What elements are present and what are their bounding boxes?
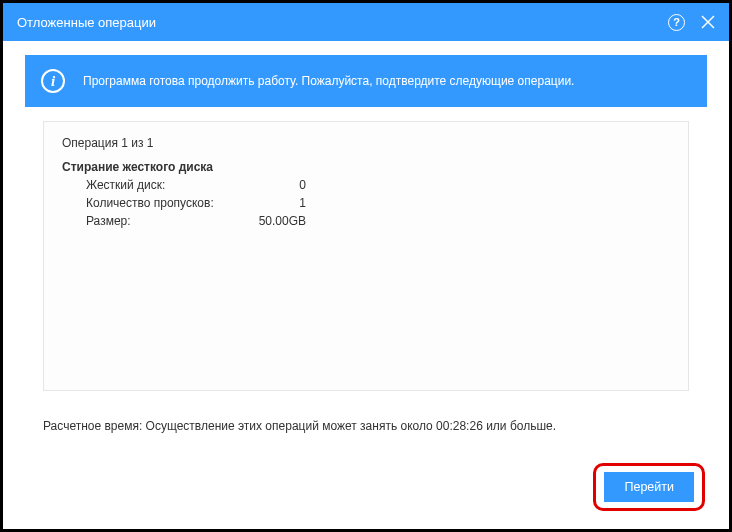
titlebar: Отложенные операции ? <box>3 3 729 41</box>
titlebar-actions: ? <box>668 14 715 31</box>
go-button[interactable]: Перейти <box>604 472 694 502</box>
operation-row-label: Размер: <box>86 212 246 230</box>
info-icon: i <box>41 69 65 93</box>
operation-title: Стирание жесткого диска <box>62 160 670 174</box>
operation-details: Жесткий диск: 0 Количество пропусков: 1 … <box>62 176 670 230</box>
estimate-text: Расчетное время: Осуществление этих опер… <box>43 419 689 433</box>
info-icon-glyph: i <box>51 73 55 90</box>
help-icon[interactable]: ? <box>668 14 685 31</box>
operation-counter: Операция 1 из 1 <box>62 136 670 150</box>
operation-row: Размер: 50.00GB <box>86 212 670 230</box>
info-banner: i Программа готова продолжить работу. По… <box>25 55 707 107</box>
window-title: Отложенные операции <box>17 15 668 30</box>
footer: Перейти <box>593 463 705 511</box>
operation-row-label: Жесткий диск: <box>86 176 246 194</box>
help-icon-glyph: ? <box>673 16 680 28</box>
operations-panel: Операция 1 из 1 Стирание жесткого диска … <box>43 121 689 391</box>
operation-row: Жесткий диск: 0 <box>86 176 670 194</box>
close-icon[interactable] <box>701 15 715 29</box>
dialog-window: Отложенные операции ? i Программа готова… <box>0 0 732 532</box>
operation-row-value: 0 <box>246 176 306 194</box>
operation-row-value: 50.00GB <box>246 212 306 230</box>
info-message: Программа готова продолжить работу. Пожа… <box>83 74 574 88</box>
operation-row-value: 1 <box>246 194 306 212</box>
highlight-annotation: Перейти <box>593 463 705 511</box>
operation-row: Количество пропусков: 1 <box>86 194 670 212</box>
operation-row-label: Количество пропусков: <box>86 194 246 212</box>
